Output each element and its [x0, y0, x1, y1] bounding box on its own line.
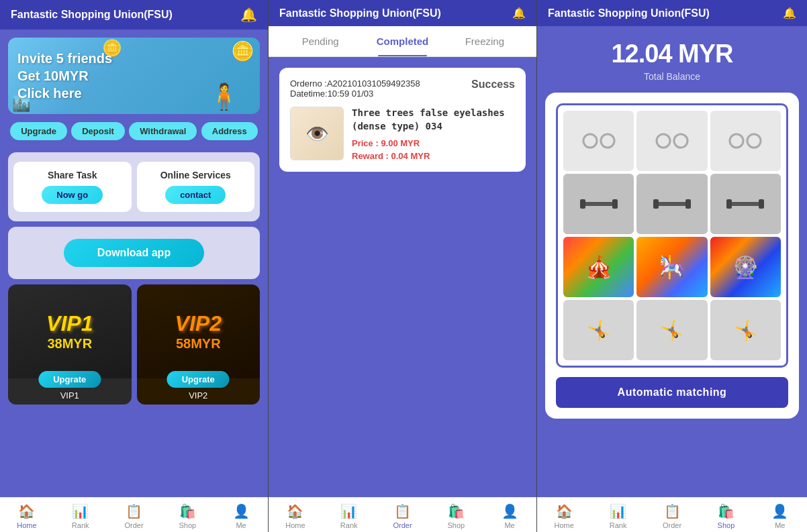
- svg-point-1: [601, 134, 614, 148]
- price-value: 9.00 MYR: [381, 138, 420, 148]
- share-task-title: Share Task: [48, 170, 97, 180]
- svg-point-2: [657, 134, 670, 148]
- nav-me-p2[interactable]: 👤 Me: [483, 503, 536, 529]
- grid-item-7: 🎪: [563, 237, 634, 297]
- nav-rank-p3[interactable]: 📊 Rank: [591, 503, 645, 529]
- price-label: Price :: [352, 138, 379, 148]
- panel2-topbar: Fantastic Shopping Union(FSU) 🔔: [269, 0, 536, 26]
- order-meta: Orderno :A202101031059492358 Datetime:10…: [290, 78, 515, 99]
- panel1-title: Fantastic Shopping Union(FSU): [11, 9, 173, 21]
- nav-order-label-p2: Order: [393, 521, 412, 529]
- home-icon-p1: 🏠: [18, 503, 35, 519]
- nav-home-label-p2: Home: [285, 521, 305, 529]
- product-info: Three trees false eyelashes (dense type)…: [352, 107, 515, 161]
- grid-item-10: 🤸: [563, 300, 634, 360]
- invite-banner[interactable]: Invite 5 friends Get 10MYR Click here 🪙 …: [8, 38, 260, 114]
- nav-me-label-p1: Me: [236, 521, 246, 529]
- panel3-title: Fantastic Shopping Union(FSU): [548, 7, 710, 19]
- order-id: Orderno :A202101031059492358: [290, 78, 420, 89]
- grid-item-2: [636, 111, 707, 171]
- grid-item-3: [710, 111, 781, 171]
- now-go-button[interactable]: Now go: [42, 186, 103, 204]
- bell-icon-p3[interactable]: 🔔: [783, 7, 796, 19]
- nav-me-p3[interactable]: 👤 Me: [753, 503, 807, 529]
- nav-order-p2[interactable]: 📋 Order: [376, 503, 430, 529]
- download-app-button[interactable]: Download app: [64, 239, 204, 267]
- vip2-upgrade-button[interactable]: Upgrate: [167, 371, 230, 388]
- online-services-title: Online Services: [160, 170, 231, 180]
- balance-section: 12.04 MYR Total Balance: [537, 26, 807, 93]
- order-icon-p3: 📋: [664, 503, 681, 519]
- grid-item-12: 🤸: [710, 300, 781, 360]
- share-task-card: Share Task Now go: [13, 162, 132, 212]
- contact-button[interactable]: contact: [165, 186, 226, 204]
- bell-icon[interactable]: 🔔: [240, 7, 257, 23]
- tab-completed[interactable]: Completed: [361, 26, 443, 56]
- nav-order-p1[interactable]: 📋 Order: [107, 503, 161, 529]
- svg-rect-11: [685, 199, 691, 209]
- shop-icon-p1: 🛍️: [179, 503, 196, 519]
- vip1-label: VIP1: [46, 311, 93, 336]
- download-section: Download app: [8, 227, 260, 279]
- panel3-content: 12.04 MYR Total Balance: [537, 26, 807, 532]
- nav-rank-p1[interactable]: 📊 Rank: [54, 503, 107, 529]
- automatic-matching-button[interactable]: Automatic matching: [556, 377, 788, 408]
- coin-icon-top: 🪙: [231, 40, 254, 62]
- shop-card: 🎪 🎠 🎡 🤸 🤸 🤸 Automatic: [545, 93, 799, 419]
- order-status: Success: [471, 78, 515, 91]
- vip2-bg: VIP2 58MYR Upgrate: [137, 284, 260, 378]
- svg-rect-13: [726, 199, 732, 209]
- action-buttons-row: Upgrade Deposit Withdrawal Address: [0, 122, 268, 147]
- nav-order-p3[interactable]: 📋 Order: [645, 503, 699, 529]
- panel1-topbar: Fantastic Shopping Union(FSU) 🔔: [0, 0, 268, 30]
- nav-me-label-p2: Me: [504, 521, 514, 529]
- upgrade-button[interactable]: Upgrade: [10, 122, 67, 140]
- nav-rank-p2[interactable]: 📊 Rank: [322, 503, 376, 529]
- character-icon: 🧍: [208, 82, 240, 111]
- nav-rank-label-p3: Rank: [610, 521, 627, 529]
- tab-freezing[interactable]: Freezing: [444, 26, 526, 56]
- grid-item-8: 🎠: [636, 237, 707, 297]
- shop-icon-p2: 🛍️: [448, 503, 465, 519]
- me-icon-p2: 👤: [502, 503, 518, 519]
- banner-line2: Get 10MYR: [17, 67, 112, 85]
- grid-item-11: 🤸: [636, 300, 707, 360]
- address-button[interactable]: Address: [201, 122, 258, 140]
- nav-me-p1[interactable]: 👤 Me: [214, 503, 268, 529]
- nav-shop-p2[interactable]: 🛍️ Shop: [429, 503, 483, 529]
- panel3-topbar: Fantastic Shopping Union(FSU) 🔔: [537, 0, 807, 26]
- vip2-label: VIP2: [175, 311, 222, 336]
- reward-value: 0.04 MYR: [391, 151, 430, 161]
- bell-icon-p2[interactable]: 🔔: [512, 7, 526, 19]
- reward-label: Reward :: [352, 151, 389, 161]
- svg-point-5: [747, 134, 761, 148]
- nav-shop-p1[interactable]: 🛍️ Shop: [160, 503, 214, 529]
- grid-item-9: 🎡: [710, 237, 781, 297]
- online-services-card: Online Services contact: [137, 162, 255, 212]
- deposit-button[interactable]: Deposit: [71, 122, 125, 140]
- order-tabs: Pending Completed Freezing: [269, 26, 536, 57]
- product-name: Three trees false eyelashes (dense type)…: [352, 107, 515, 133]
- nav-order-label-p3: Order: [663, 521, 681, 529]
- nav-rank-label-p1: Rank: [72, 521, 89, 529]
- vip1-upgrade-button[interactable]: Upgrate: [38, 371, 101, 388]
- home-icon-p3: 🏠: [556, 503, 573, 519]
- order-info: Orderno :A202101031059492358 Datetime:10…: [290, 78, 420, 99]
- order-card: Orderno :A202101031059492358 Datetime:10…: [279, 68, 526, 172]
- product-price-row: Price : 9.00 MYR: [352, 138, 515, 148]
- withdrawal-button[interactable]: Withdrawal: [129, 122, 197, 140]
- svg-point-0: [583, 134, 597, 148]
- svg-rect-10: [653, 199, 659, 209]
- nav-shop-label-p2: Shop: [447, 521, 465, 529]
- svg-rect-9: [653, 202, 691, 206]
- panel-order: Fantastic Shopping Union(FSU) 🔔 Pending …: [269, 0, 537, 532]
- tab-pending[interactable]: Pending: [279, 26, 361, 56]
- nav-home-p1[interactable]: 🏠 Home: [0, 503, 54, 529]
- nav-shop-p3[interactable]: 🛍️ Shop: [699, 503, 753, 529]
- svg-rect-7: [580, 199, 585, 209]
- grid-item-4: [563, 174, 634, 234]
- nav-home-p2[interactable]: 🏠 Home: [269, 503, 322, 529]
- panel2-content: Orderno :A202101031059492358 Datetime:10…: [269, 57, 536, 532]
- nav-home-p3[interactable]: 🏠 Home: [537, 503, 591, 529]
- svg-rect-14: [759, 199, 764, 209]
